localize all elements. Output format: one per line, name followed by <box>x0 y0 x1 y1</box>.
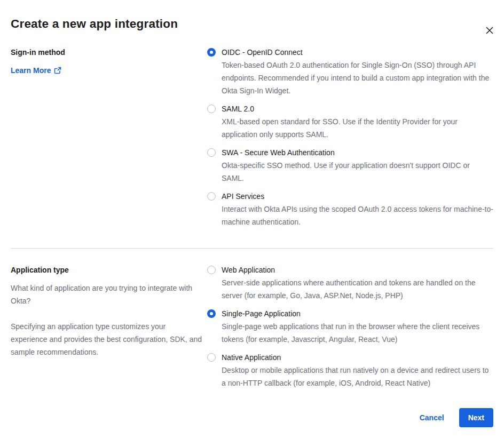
radio-option-swa-secure-web-authentication[interactable]: SWA - Secure Web Authentication Okta-spe… <box>207 146 493 185</box>
radio-option-label[interactable]: Native Application <box>222 351 493 364</box>
radio-option-oidc-openid-connect[interactable]: OIDC - OpenID Connect Token-based OAuth … <box>207 46 493 97</box>
application-type-left-column: Application type What kind of applicatio… <box>11 264 207 395</box>
next-button[interactable]: Next <box>459 408 493 427</box>
sign-in-method-options: OIDC - OpenID Connect Token-based OAuth … <box>207 46 493 234</box>
radio-button[interactable] <box>207 192 216 201</box>
radio-option-single-page-application[interactable]: Single-Page Application Single-page web … <box>207 307 493 346</box>
application-type-options: Web Application Server-side applications… <box>207 264 493 395</box>
radio-option-label[interactable]: Web Application <box>222 264 493 276</box>
radio-option-web-application[interactable]: Web Application Server-side applications… <box>207 264 493 302</box>
radio-button[interactable] <box>207 353 216 362</box>
radio-option-description: XML-based open standard for SSO. Use if … <box>222 115 493 141</box>
sign-in-method-section: Sign-in method Learn More OIDC - OpenID … <box>11 46 493 234</box>
radio-option-description: Okta-specific SSO method. Use if your ap… <box>222 159 493 185</box>
radio-button[interactable] <box>207 105 216 113</box>
dialog-title: Create a new app integration <box>11 16 493 32</box>
create-app-integration-dialog: Create a new app integration Sign-in met… <box>0 16 504 439</box>
sign-in-method-label: Sign-in method <box>11 46 202 59</box>
close-icon <box>486 27 493 34</box>
application-type-section: Application type What kind of applicatio… <box>11 264 493 395</box>
application-type-note: Specifying an application type customize… <box>11 320 202 358</box>
radio-option-api-services[interactable]: API Services Interact with Okta APIs usi… <box>207 190 493 228</box>
radio-option-description: Interact with Okta APIs using the scoped… <box>222 203 493 228</box>
cancel-button[interactable]: Cancel <box>420 413 444 422</box>
radio-button[interactable] <box>207 309 216 318</box>
radio-option-label[interactable]: API Services <box>222 190 493 203</box>
dialog-footer: Cancel Next <box>11 408 493 427</box>
close-button[interactable] <box>484 25 495 36</box>
learn-more-label: Learn More <box>11 64 51 77</box>
radio-option-label[interactable]: SAML 2.0 <box>222 102 493 115</box>
radio-option-description: Single-page web applications that run in… <box>222 320 493 346</box>
radio-option-label[interactable]: OIDC - OpenID Connect <box>222 46 493 59</box>
radio-option-saml-2-0[interactable]: SAML 2.0 XML-based open standard for SSO… <box>207 102 493 141</box>
sign-in-method-left-column: Sign-in method Learn More <box>11 46 207 234</box>
external-link-icon <box>54 67 61 74</box>
radio-button[interactable] <box>207 148 216 157</box>
application-type-question: What kind of application are you trying … <box>11 282 202 307</box>
radio-button[interactable] <box>207 48 216 57</box>
radio-option-description: Token-based OAuth 2.0 authentication for… <box>222 59 493 97</box>
radio-option-label[interactable]: SWA - Secure Web Authentication <box>222 146 493 159</box>
learn-more-link[interactable]: Learn More <box>11 64 61 77</box>
radio-option-label[interactable]: Single-Page Application <box>222 307 493 320</box>
radio-option-description: Server-side applications where authentic… <box>222 276 493 302</box>
section-divider <box>11 248 493 249</box>
application-type-label: Application type <box>11 264 202 276</box>
radio-option-native-application[interactable]: Native Application Desktop or mobile app… <box>207 351 493 389</box>
radio-button[interactable] <box>207 266 216 274</box>
radio-option-description: Desktop or mobile applications that run … <box>222 364 493 389</box>
